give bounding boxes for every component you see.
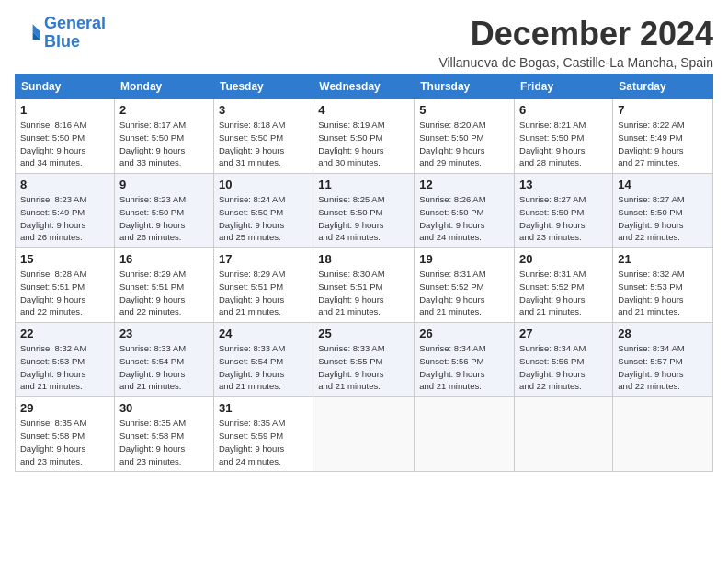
- day-info: Sunrise: 8:21 AM Sunset: 5:50 PM Dayligh…: [519, 119, 608, 169]
- day-number: 21: [618, 252, 708, 266]
- day-number: 9: [119, 178, 209, 191]
- weekday-header-cell: Sunday: [16, 75, 115, 99]
- day-info: Sunrise: 8:31 AM Sunset: 5:52 PM Dayligh…: [519, 268, 608, 318]
- calendar-day-cell: 10Sunrise: 8:24 AM Sunset: 5:50 PM Dayli…: [213, 174, 313, 248]
- weekday-header-cell: Thursday: [415, 75, 515, 99]
- day-number: 11: [318, 178, 409, 191]
- calendar-day-cell: [415, 397, 515, 472]
- calendar-day-cell: 4Sunrise: 8:19 AM Sunset: 5:50 PM Daylig…: [313, 99, 415, 174]
- day-info: Sunrise: 8:23 AM Sunset: 5:49 PM Dayligh…: [20, 193, 109, 244]
- day-info: Sunrise: 8:18 AM Sunset: 5:50 PM Dayligh…: [219, 119, 308, 169]
- calendar-week-row: 22Sunrise: 8:32 AM Sunset: 5:53 PM Dayli…: [16, 323, 713, 397]
- day-number: 2: [119, 103, 209, 117]
- day-info: Sunrise: 8:35 AM Sunset: 5:59 PM Dayligh…: [219, 417, 308, 467]
- calendar-body: 1Sunrise: 8:16 AM Sunset: 5:50 PM Daylig…: [16, 99, 713, 472]
- day-number: 10: [219, 178, 308, 191]
- logo-line2: Blue: [44, 32, 80, 51]
- calendar-day-cell: 2Sunrise: 8:17 AM Sunset: 5:50 PM Daylig…: [114, 99, 213, 174]
- calendar-day-cell: 17Sunrise: 8:29 AM Sunset: 5:51 PM Dayli…: [213, 248, 313, 323]
- day-number: 20: [519, 252, 608, 266]
- day-info: Sunrise: 8:17 AM Sunset: 5:50 PM Dayligh…: [119, 119, 209, 169]
- calendar-day-cell: 13Sunrise: 8:27 AM Sunset: 5:50 PM Dayli…: [515, 174, 613, 248]
- day-info: Sunrise: 8:16 AM Sunset: 5:50 PM Dayligh…: [20, 119, 109, 169]
- calendar-day-cell: 20Sunrise: 8:31 AM Sunset: 5:52 PM Dayli…: [515, 248, 613, 323]
- calendar-day-cell: 7Sunrise: 8:22 AM Sunset: 5:49 PM Daylig…: [613, 99, 713, 174]
- logo: General Blue: [15, 15, 106, 52]
- weekday-header-row: SundayMondayTuesdayWednesdayThursdayFrid…: [16, 75, 713, 99]
- day-number: 15: [20, 252, 109, 266]
- calendar-day-cell: 11Sunrise: 8:25 AM Sunset: 5:50 PM Dayli…: [313, 174, 415, 248]
- location-subtitle: Villanueva de Bogas, Castille-La Mancha,…: [438, 55, 713, 70]
- day-info: Sunrise: 8:27 AM Sunset: 5:50 PM Dayligh…: [618, 193, 708, 244]
- calendar-day-cell: [313, 397, 415, 472]
- day-number: 29: [20, 401, 109, 415]
- calendar-day-cell: 23Sunrise: 8:33 AM Sunset: 5:54 PM Dayli…: [114, 323, 213, 397]
- calendar-week-row: 8Sunrise: 8:23 AM Sunset: 5:49 PM Daylig…: [16, 174, 713, 248]
- logo-icon: [15, 20, 40, 46]
- day-number: 1: [20, 103, 109, 117]
- day-number: 26: [419, 327, 509, 340]
- calendar-day-cell: 30Sunrise: 8:35 AM Sunset: 5:58 PM Dayli…: [114, 397, 213, 472]
- day-info: Sunrise: 8:28 AM Sunset: 5:51 PM Dayligh…: [20, 268, 109, 318]
- day-number: 4: [318, 103, 409, 117]
- day-number: 27: [519, 327, 608, 340]
- logo-line1: General: [44, 14, 106, 32]
- calendar-day-cell: 16Sunrise: 8:29 AM Sunset: 5:51 PM Dayli…: [114, 248, 213, 323]
- day-number: 19: [419, 252, 509, 266]
- calendar-day-cell: 29Sunrise: 8:35 AM Sunset: 5:58 PM Dayli…: [16, 397, 115, 472]
- day-info: Sunrise: 8:33 AM Sunset: 5:55 PM Dayligh…: [318, 342, 409, 393]
- day-number: 12: [419, 178, 509, 191]
- calendar-day-cell: 18Sunrise: 8:30 AM Sunset: 5:51 PM Dayli…: [313, 248, 415, 323]
- day-info: Sunrise: 8:31 AM Sunset: 5:52 PM Dayligh…: [419, 268, 509, 318]
- calendar-day-cell: 31Sunrise: 8:35 AM Sunset: 5:59 PM Dayli…: [213, 397, 313, 472]
- calendar-day-cell: 3Sunrise: 8:18 AM Sunset: 5:50 PM Daylig…: [213, 99, 313, 174]
- calendar-day-cell: [613, 397, 713, 472]
- day-info: Sunrise: 8:32 AM Sunset: 5:53 PM Dayligh…: [618, 268, 708, 318]
- day-number: 6: [519, 103, 608, 117]
- calendar-day-cell: 28Sunrise: 8:34 AM Sunset: 5:57 PM Dayli…: [613, 323, 713, 397]
- weekday-header-cell: Friday: [515, 75, 613, 99]
- day-info: Sunrise: 8:22 AM Sunset: 5:49 PM Dayligh…: [618, 119, 708, 169]
- calendar-day-cell: 22Sunrise: 8:32 AM Sunset: 5:53 PM Dayli…: [16, 323, 115, 397]
- day-info: Sunrise: 8:34 AM Sunset: 5:56 PM Dayligh…: [519, 342, 608, 393]
- day-info: Sunrise: 8:27 AM Sunset: 5:50 PM Dayligh…: [519, 193, 608, 244]
- weekday-header-cell: Tuesday: [213, 75, 313, 99]
- day-info: Sunrise: 8:25 AM Sunset: 5:50 PM Dayligh…: [318, 193, 409, 244]
- day-info: Sunrise: 8:34 AM Sunset: 5:56 PM Dayligh…: [419, 342, 509, 393]
- calendar-week-row: 15Sunrise: 8:28 AM Sunset: 5:51 PM Dayli…: [16, 248, 713, 323]
- day-number: 18: [318, 252, 409, 266]
- day-info: Sunrise: 8:26 AM Sunset: 5:50 PM Dayligh…: [419, 193, 509, 244]
- day-number: 30: [119, 401, 209, 415]
- day-number: 5: [419, 103, 509, 117]
- calendar-day-cell: 21Sunrise: 8:32 AM Sunset: 5:53 PM Dayli…: [613, 248, 713, 323]
- calendar-day-cell: 1Sunrise: 8:16 AM Sunset: 5:50 PM Daylig…: [16, 99, 115, 174]
- header: General Blue December 2024 Villanueva de…: [15, 15, 713, 70]
- weekday-header-cell: Wednesday: [313, 75, 415, 99]
- calendar-day-cell: 15Sunrise: 8:28 AM Sunset: 5:51 PM Dayli…: [16, 248, 115, 323]
- calendar-day-cell: 14Sunrise: 8:27 AM Sunset: 5:50 PM Dayli…: [613, 174, 713, 248]
- title-block: December 2024 Villanueva de Bogas, Casti…: [438, 15, 713, 70]
- day-info: Sunrise: 8:23 AM Sunset: 5:50 PM Dayligh…: [119, 193, 209, 244]
- calendar-day-cell: 8Sunrise: 8:23 AM Sunset: 5:49 PM Daylig…: [16, 174, 115, 248]
- day-info: Sunrise: 8:33 AM Sunset: 5:54 PM Dayligh…: [219, 342, 308, 393]
- day-info: Sunrise: 8:32 AM Sunset: 5:53 PM Dayligh…: [20, 342, 109, 393]
- calendar-day-cell: 25Sunrise: 8:33 AM Sunset: 5:55 PM Dayli…: [313, 323, 415, 397]
- month-title: December 2024: [438, 15, 713, 53]
- calendar-week-row: 29Sunrise: 8:35 AM Sunset: 5:58 PM Dayli…: [16, 397, 713, 472]
- day-info: Sunrise: 8:35 AM Sunset: 5:58 PM Dayligh…: [119, 417, 209, 467]
- day-number: 8: [20, 178, 109, 191]
- day-number: 14: [618, 178, 708, 191]
- calendar-day-cell: 24Sunrise: 8:33 AM Sunset: 5:54 PM Dayli…: [213, 323, 313, 397]
- calendar-week-row: 1Sunrise: 8:16 AM Sunset: 5:50 PM Daylig…: [16, 99, 713, 174]
- day-number: 13: [519, 178, 608, 191]
- day-info: Sunrise: 8:34 AM Sunset: 5:57 PM Dayligh…: [618, 342, 708, 393]
- calendar-day-cell: 12Sunrise: 8:26 AM Sunset: 5:50 PM Dayli…: [415, 174, 515, 248]
- day-info: Sunrise: 8:35 AM Sunset: 5:58 PM Dayligh…: [20, 417, 109, 467]
- day-number: 23: [119, 327, 209, 340]
- day-number: 25: [318, 327, 409, 340]
- day-number: 24: [219, 327, 308, 340]
- day-info: Sunrise: 8:29 AM Sunset: 5:51 PM Dayligh…: [119, 268, 209, 318]
- day-number: 28: [618, 327, 708, 340]
- calendar-day-cell: 5Sunrise: 8:20 AM Sunset: 5:50 PM Daylig…: [415, 99, 515, 174]
- day-number: 16: [119, 252, 209, 266]
